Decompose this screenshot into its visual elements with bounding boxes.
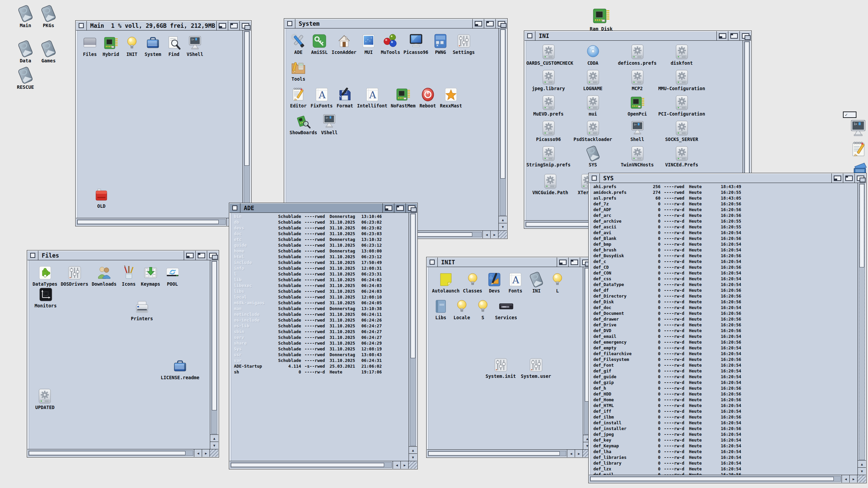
file-row[interactable]: netincludeSchublade----rwed31.10.202506:… — [234, 311, 409, 317]
icon-ini[interactable]: INI — [528, 271, 545, 293]
icon-twinvnchosts[interactable]: TwinVNCHosts — [615, 145, 659, 167]
file-row[interactable]: def_gif0----rw-dHeute16:20:54 — [593, 368, 857, 374]
file-row[interactable]: os-libSchublade----rwed31.10.202506:24:2… — [234, 323, 409, 329]
file-row[interactable]: def_empty0----rw-dHeute16:20:54 — [593, 345, 857, 351]
icon-services[interactable]: Services — [495, 298, 517, 320]
arrow-down-icon[interactable]: ▼ — [499, 223, 507, 230]
hscroll-knob[interactable] — [428, 451, 560, 455]
file-row[interactable]: def_DataType0----rw-dHeute16:20:54 — [593, 282, 857, 287]
icon-tools[interactable]: Tools — [290, 60, 307, 82]
icon-autolaunch[interactable]: Autolaunch — [432, 271, 459, 293]
vscroll-track[interactable] — [859, 184, 865, 460]
icon-rexxmast[interactable]: RexxMast — [440, 86, 462, 108]
icon-fonts[interactable]: Fonts — [507, 271, 524, 293]
vscroll-knob[interactable] — [244, 32, 249, 166]
icon-updated[interactable]: UPDATED — [35, 388, 55, 410]
file-row[interactable]: ahi.prefs256----rwedHeute18:43:49 — [593, 184, 857, 189]
file-row[interactable]: amidock.prefs274----rwedHeute16:20:55 — [593, 189, 857, 195]
file-row[interactable]: def_CD0----rw-dHeute16:20:56 — [593, 264, 857, 270]
icon-mutools[interactable]: MuTools — [381, 33, 400, 55]
vscroll-knob[interactable] — [212, 261, 217, 410]
file-row[interactable]: libSchublade----rwed31.10.202506:24:02 — [234, 277, 409, 283]
titlebar-sys[interactable]: SYS — [589, 174, 866, 183]
zoom-gadget-icon[interactable] — [394, 203, 406, 212]
arrow-left-icon[interactable]: ◀ — [842, 475, 850, 483]
file-row[interactable]: servSchublade----rwed31.10.202506:24:27 — [234, 334, 409, 340]
icon-reboot[interactable]: Reboot — [419, 86, 437, 108]
icon-init[interactable]: INIT — [123, 35, 141, 57]
vscroll-knob[interactable] — [745, 42, 749, 176]
iconify-gadget-icon[interactable] — [472, 19, 484, 28]
file-row[interactable]: def_doc0----rw-dHeute16:20:54 — [593, 305, 857, 310]
desktop-icon-ram-disk[interactable]: Ram Disk — [586, 6, 616, 32]
icon-format[interactable]: Format — [336, 86, 354, 108]
file-row[interactable]: localSchublade----rwed31.10.202512:08:10 — [234, 294, 409, 300]
icon-mui[interactable]: MUI — [360, 33, 377, 55]
file-row[interactable]: binSchublade----rwedDonnerstag13:10:46 — [234, 214, 409, 219]
iconify-gadget-icon[interactable] — [716, 31, 728, 40]
icon-jpeg-library[interactable]: jpeg.library — [526, 69, 571, 91]
icon-s[interactable]: S — [474, 298, 492, 320]
icon-vshell[interactable]: VShell — [186, 35, 204, 57]
arrow-right-icon[interactable]: ▶ — [490, 231, 498, 238]
file-row[interactable]: def_arc0----rw-dHeute16:20:56 — [593, 212, 857, 218]
vscroll-knob[interactable] — [860, 184, 864, 267]
horizontal-scrollbar[interactable]: ◀▶ — [76, 218, 251, 226]
icon-monitors[interactable]: Monitors — [35, 286, 57, 308]
file-row[interactable]: os-includeSchublade----rwed31.10.202506:… — [234, 317, 409, 323]
close-gadget-icon[interactable] — [27, 251, 38, 260]
file-row[interactable]: lSchublade----rwed31.10.202506:23:31 — [234, 271, 409, 277]
horizontal-scrollbar[interactable]: ◀▶ — [589, 475, 866, 483]
file-row[interactable]: def_gzip0----rw-dHeute16:20:54 — [593, 380, 857, 385]
hscroll-track[interactable] — [77, 219, 226, 225]
file-row[interactable]: def_Drive0----rw-dHeute16:20:56 — [593, 322, 857, 328]
zoom-gadget-icon[interactable] — [728, 31, 739, 40]
hscroll-track[interactable] — [231, 462, 392, 468]
icon-printers[interactable]: Printers — [131, 299, 153, 321]
arrow-right-icon[interactable]: ▶ — [202, 449, 210, 457]
file-row[interactable]: def_install0----rw-dHeute16:20:54 — [593, 420, 857, 426]
icon-intellifont[interactable]: Intellifont — [357, 86, 387, 108]
depth-gadget-icon[interactable] — [739, 31, 751, 40]
file-row[interactable]: def_CON0----rw-dHeute16:20:54 — [593, 270, 857, 276]
resize-gadget-icon[interactable] — [210, 449, 218, 457]
titlebar-ini[interactable]: INI — [525, 31, 751, 41]
icon-classes[interactable]: Classes — [463, 271, 482, 293]
icon-nofastmem[interactable]: NoFastMem — [391, 86, 415, 108]
file-row[interactable]: dbSchublade----rwed31.10.202506:23:02 — [234, 219, 409, 225]
icon-icons[interactable]: Icons — [120, 265, 138, 287]
icon-keymaps[interactable]: Keymaps — [141, 265, 160, 287]
iconify-gadget-icon[interactable] — [184, 251, 195, 260]
close-gadget-icon[interactable] — [76, 21, 87, 30]
arrow-up-icon[interactable]: ▲ — [210, 434, 218, 442]
file-row[interactable]: ADE-Startup4.114-s--rwed25.03.202121:06:… — [234, 363, 409, 369]
titlebar-init[interactable]: INIT — [427, 258, 591, 267]
zoom-gadget-icon[interactable] — [228, 21, 239, 30]
file-row[interactable]: def_Document0----rw-dHeute16:20:56 — [593, 310, 857, 316]
file-row[interactable]: docSchublade----rwed31.10.202506:23:03 — [234, 231, 409, 237]
arrow-left-icon[interactable]: ◀ — [393, 461, 401, 469]
file-row[interactable]: etcSchublade----rwedDonnerstag13:10:32 — [234, 237, 409, 242]
file-row[interactable]: def_ascii0----rw-dHeute16:20:55 — [593, 224, 857, 230]
file-row[interactable]: def_Blank0----rw-dHeute16:20:56 — [593, 236, 857, 241]
arrow-left-icon[interactable]: ◀ — [482, 231, 491, 238]
arrow-down-icon[interactable]: ▼ — [409, 453, 417, 461]
resize-gadget-icon[interactable] — [498, 231, 507, 238]
icon-mui[interactable]: mui — [571, 95, 615, 117]
vertical-scrollbar[interactable]: ▲▼ — [857, 183, 866, 475]
file-row[interactable]: def_email0----rw-dHeute16:20:54 — [593, 333, 857, 339]
icon-cdda[interactable]: CDDA — [571, 44, 615, 66]
icon-hybrid[interactable]: Hybrid — [102, 35, 120, 57]
file-row[interactable]: def_emergency0----rw-dHeute16:20:56 — [593, 339, 857, 345]
file-row[interactable]: def_Busydisk0----rw-dHeute16:20:56 — [593, 253, 857, 259]
file-row[interactable]: def_7z0----rw-dHeute16:20:56 — [593, 201, 857, 207]
file-row[interactable]: homeSchublade----rwedDonnerstag13:08:00 — [234, 248, 409, 254]
icon-system-user[interactable]: System.user — [521, 357, 551, 379]
vertical-scrollbar[interactable]: ▲▼ — [409, 212, 417, 461]
icon-ade[interactable]: ADE — [290, 33, 307, 55]
zoom-gadget-icon[interactable] — [843, 174, 854, 183]
zoom-gadget-icon[interactable] — [484, 19, 495, 28]
vscroll-track[interactable] — [244, 31, 250, 203]
file-row[interactable]: libsSchublade----rwed31.10.202506:24:03 — [234, 288, 409, 294]
file-row[interactable]: def_HDD0----rw-dHeute16:20:56 — [593, 391, 857, 397]
